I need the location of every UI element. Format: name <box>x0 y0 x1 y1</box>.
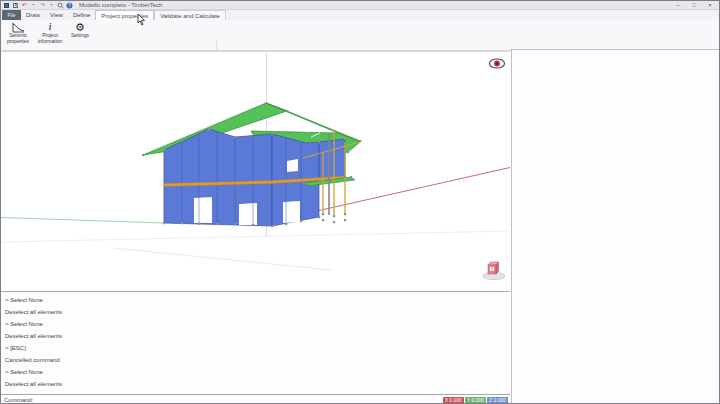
console-line: Deselect all elements <box>5 306 506 318</box>
command-prompt: Command: <box>1 397 33 403</box>
console-line: > Select None <box>5 366 506 378</box>
redo-icon[interactable]: ↷ <box>39 2 46 8</box>
quick-access-toolbar: ↶ ▾ ↷ ▾ ? <box>1 2 73 8</box>
ribbon-panel: Seismic properties i Project information… <box>1 20 719 51</box>
app-window: ↶ ▾ ↷ ▾ ? Modello completo - TimberTech … <box>0 0 720 404</box>
window-title: Modello completo - TimberTech <box>79 2 162 8</box>
ground-line <box>1 231 510 242</box>
door-opening <box>283 201 300 223</box>
console-line: Deselect all elements <box>5 330 506 342</box>
console-line: Deselect all elements <box>5 378 506 390</box>
help-icon[interactable]: ? <box>66 2 73 8</box>
tab-define[interactable]: Define <box>68 10 95 20</box>
tab-validate-and-calculate[interactable]: Validate and Calculate <box>154 10 226 20</box>
coord-x-badge: X 0.000 <box>443 397 464 404</box>
coord-z-badge: Z 0.000 <box>487 397 508 404</box>
view-gizmo-icon[interactable] <box>481 258 507 282</box>
side-panel <box>511 49 720 404</box>
console-line: > Select None <box>5 294 506 306</box>
title-bar: ↶ ▾ ↷ ▾ ? Modello completo - TimberTech … <box>1 1 719 10</box>
eye-icon[interactable] <box>487 56 507 71</box>
minimize-button[interactable]: – <box>673 2 683 8</box>
seismic-properties-label: Seismic properties <box>3 33 33 44</box>
undo-dropdown-icon[interactable]: ▾ <box>30 2 37 8</box>
y-axis-line <box>1 218 165 224</box>
command-console: > Select None Deselect all elements > Se… <box>1 291 510 394</box>
tab-view[interactable]: View <box>45 10 68 20</box>
building-model <box>1 52 510 292</box>
mouse-cursor <box>137 14 146 26</box>
window-opening <box>287 159 298 172</box>
close-button[interactable]: × <box>705 2 715 8</box>
console-line: > [ESC] <box>5 342 506 354</box>
coordinate-display: X 0.000 Y 0.000 Z 0.000 <box>443 397 510 404</box>
save-icon[interactable] <box>12 2 19 8</box>
console-line: Cancelled command <box>5 354 506 366</box>
command-input-row[interactable]: Command: X 0.000 Y 0.000 Z 0.000 <box>1 394 510 404</box>
zoom-icon[interactable] <box>57 2 64 8</box>
file-menu-button[interactable]: File <box>2 10 21 20</box>
ribbon-tab-row: File Draw View Define Project properties… <box>1 10 719 20</box>
app-icon[interactable] <box>3 2 10 8</box>
tab-draw[interactable]: Draw <box>21 10 45 20</box>
console-line: > Select None <box>5 318 506 330</box>
coord-y-badge: Y 0.000 <box>465 397 486 404</box>
settings-label: Settings <box>71 33 89 39</box>
model-viewport[interactable] <box>1 51 510 291</box>
door-opening <box>239 203 257 225</box>
grid-line <box>113 248 331 270</box>
project-information-label: Project information <box>33 33 67 44</box>
maximize-button[interactable]: □ <box>689 2 699 8</box>
project-information-button[interactable]: i Project information <box>33 21 67 47</box>
door-opening <box>194 197 212 223</box>
settings-button[interactable]: ⚙ Settings <box>67 21 93 47</box>
undo-icon[interactable]: ↶ <box>21 2 28 8</box>
seismic-properties-button[interactable]: Seismic properties <box>3 21 33 47</box>
redo-dropdown-icon[interactable]: ▾ <box>48 2 55 8</box>
